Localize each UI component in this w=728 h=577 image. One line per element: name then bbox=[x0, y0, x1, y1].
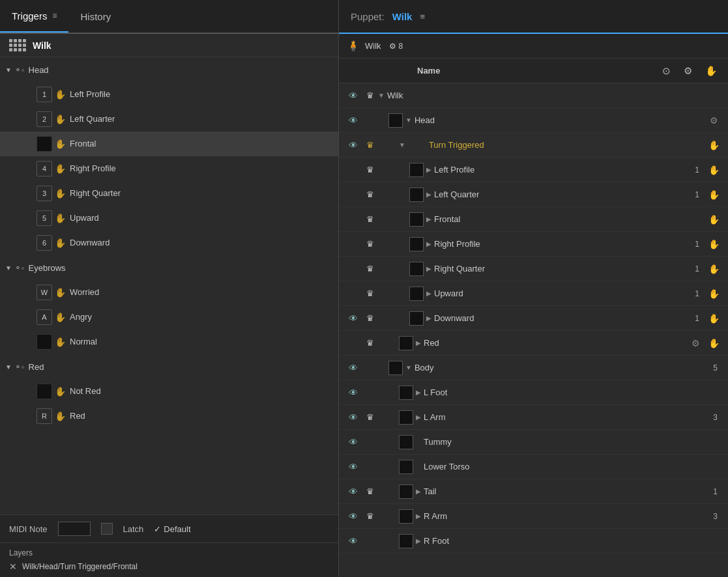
r-row-left-quarter[interactable]: 👁 ♛ ▶ Left Quarter 1 ✋ bbox=[339, 182, 728, 207]
tree-leaf-right-profile[interactable]: 4 ✋ Right Profile bbox=[0, 156, 338, 181]
default-check[interactable]: ✓ Default bbox=[154, 524, 190, 534]
eye-down[interactable]: 👁 bbox=[344, 313, 362, 324]
tree-group-head[interactable]: ▼ ⚬◦ Head bbox=[0, 57, 338, 82]
checkbox-tummy[interactable] bbox=[399, 435, 413, 449]
r-row-left-profile[interactable]: 👁 ♛ ▶ Left Profile 1 ✋ bbox=[339, 158, 728, 182]
expand-red-icon[interactable]: ▼ bbox=[5, 363, 12, 371]
expand-red[interactable]: ▶ bbox=[416, 339, 421, 346]
eye-rarm[interactable]: 👁 bbox=[344, 511, 362, 522]
hand-turn-triggered[interactable]: ✋ bbox=[705, 140, 723, 150]
checkbox-lower-torso[interactable] bbox=[399, 460, 413, 474]
expand-lq[interactable]: ▶ bbox=[426, 191, 431, 198]
checkbox-red[interactable] bbox=[399, 336, 413, 350]
r-row-downward[interactable]: 👁 ♛ ▶ Downward 1 ✋ bbox=[339, 306, 728, 331]
midi-input[interactable] bbox=[58, 522, 91, 536]
expand-turn-triggered[interactable]: ▼ bbox=[399, 141, 405, 148]
expand-lfoot[interactable]: ▶ bbox=[416, 389, 421, 396]
checkbox-down[interactable] bbox=[409, 311, 424, 326]
tab-history[interactable]: History bbox=[68, 0, 123, 33]
r-row-r-foot[interactable]: 👁 ♛ ▶ R Foot bbox=[339, 529, 728, 554]
expand-tail[interactable]: ▶ bbox=[416, 488, 421, 495]
puppet-header-name[interactable]: Wilk bbox=[392, 11, 413, 22]
expand-body[interactable]: ▼ bbox=[405, 364, 412, 371]
hand-lq[interactable]: ✋ bbox=[705, 190, 723, 200]
r-row-turn-triggered[interactable]: 👁 ♛ ▼ Turn Triggered ✋ bbox=[339, 133, 728, 158]
triggers-menu-icon[interactable]: ≡ bbox=[52, 11, 57, 20]
col-hand-icon[interactable]: ✋ bbox=[705, 65, 718, 77]
hand-frontal[interactable]: ✋ bbox=[705, 214, 723, 225]
checkbox-rfoot[interactable] bbox=[399, 534, 413, 548]
hand-up[interactable]: ✋ bbox=[705, 288, 723, 299]
expand-lp[interactable]: ▶ bbox=[426, 166, 431, 173]
eye-body[interactable]: 👁 bbox=[344, 363, 362, 373]
checkbox-tail[interactable] bbox=[399, 485, 413, 499]
tree-leaf-worried[interactable]: W ✋ Worried bbox=[0, 280, 338, 305]
puppet-selector-name[interactable]: Wilk bbox=[33, 40, 51, 51]
layer-close-icon[interactable]: ✕ bbox=[9, 561, 17, 572]
tree-leaf-left-profile[interactable]: 1 ✋ Left Profile bbox=[0, 82, 338, 107]
eye-tummy[interactable]: 👁 bbox=[344, 437, 362, 447]
expand-rp[interactable]: ▶ bbox=[426, 240, 431, 247]
checkbox-up[interactable] bbox=[409, 287, 424, 301]
r-row-right-quarter[interactable]: 👁 ♛ ▶ Right Quarter 1 ✋ bbox=[339, 257, 728, 281]
checkbox-rp[interactable] bbox=[409, 237, 424, 251]
tab-triggers[interactable]: Triggers ≡ bbox=[0, 0, 68, 33]
r-row-l-foot[interactable]: 👁 ♛ ▶ L Foot bbox=[339, 380, 728, 405]
tree-group-eyebrows[interactable]: ▼ ⚬◦ Eyebrows bbox=[0, 255, 338, 280]
expand-down[interactable]: ▶ bbox=[426, 315, 431, 322]
r-row-wilk[interactable]: 👁 ♛ ▼ Wilk bbox=[339, 83, 728, 108]
tree-group-red[interactable]: ▼ ⚬◦ Red bbox=[0, 354, 338, 379]
checkbox-lq[interactable] bbox=[409, 188, 424, 202]
r-row-head[interactable]: 👁 ♛ ▼ Head ⚙ bbox=[339, 108, 728, 133]
eye-turn-triggered[interactable]: 👁 bbox=[344, 140, 362, 150]
expand-larm[interactable]: ▶ bbox=[416, 414, 421, 421]
tree-leaf-upward[interactable]: 5 ✋ Upward bbox=[0, 206, 338, 231]
eye-lower-torso[interactable]: 👁 bbox=[344, 462, 362, 472]
grid-icon[interactable] bbox=[9, 39, 26, 51]
eye-lfoot[interactable]: 👁 bbox=[344, 387, 362, 398]
checkbox-body[interactable] bbox=[388, 361, 403, 375]
col-record-icon[interactable]: ⊙ bbox=[662, 65, 671, 77]
r-row-red[interactable]: 👁 ♛ ▶ Red ⚙ ✋ bbox=[339, 331, 728, 356]
r-row-upward[interactable]: 👁 ♛ ▶ Upward 1 ✋ bbox=[339, 281, 728, 306]
expand-eyebrows-icon[interactable]: ▼ bbox=[5, 264, 12, 272]
hand-rq[interactable]: ✋ bbox=[705, 264, 723, 274]
checkbox-rarm[interactable] bbox=[399, 509, 413, 524]
hand-rp[interactable]: ✋ bbox=[705, 239, 723, 249]
r-row-frontal[interactable]: 👁 ♛ ▶ Frontal ✋ bbox=[339, 207, 728, 232]
r-row-tummy[interactable]: 👁 ♛ Tummy bbox=[339, 430, 728, 455]
expand-wilk[interactable]: ▼ bbox=[378, 92, 385, 99]
eye-rfoot[interactable]: 👁 bbox=[344, 536, 362, 546]
expand-rq[interactable]: ▶ bbox=[426, 265, 431, 272]
expand-rarm[interactable]: ▶ bbox=[416, 513, 421, 520]
checkbox-frontal[interactable] bbox=[409, 212, 424, 227]
checkbox-lfoot[interactable] bbox=[399, 386, 413, 400]
eye-wilk[interactable]: 👁 bbox=[344, 91, 362, 101]
eye-tail[interactable]: 👁 bbox=[344, 486, 362, 497]
tree-leaf-red[interactable]: R ✋ Red bbox=[0, 404, 338, 429]
tree-leaf-right-quarter[interactable]: 3 ✋ Right Quarter bbox=[0, 181, 338, 206]
expand-rfoot[interactable]: ▶ bbox=[416, 537, 421, 544]
gear-head[interactable]: ⚙ bbox=[705, 115, 723, 126]
hand-lp[interactable]: ✋ bbox=[705, 165, 723, 175]
col-gear-icon[interactable]: ⚙ bbox=[684, 65, 692, 77]
r-row-lower-torso[interactable]: 👁 ♛ Lower Torso bbox=[339, 455, 728, 479]
tree-leaf-frontal[interactable]: ✋ Frontal bbox=[0, 132, 338, 156]
r-row-right-profile[interactable]: 👁 ♛ ▶ Right Profile 1 ✋ bbox=[339, 232, 728, 257]
checkbox-lp[interactable] bbox=[409, 163, 424, 177]
tree-leaf-normal[interactable]: ✋ Normal bbox=[0, 330, 338, 354]
r-row-l-arm[interactable]: 👁 ♛ ▶ L Arm 3 bbox=[339, 405, 728, 430]
expand-head[interactable]: ▼ bbox=[405, 117, 412, 124]
tree-leaf-angry[interactable]: A ✋ Angry bbox=[0, 305, 338, 330]
eye-head[interactable]: 👁 bbox=[344, 115, 362, 126]
puppet-header-menu-icon[interactable]: ≡ bbox=[420, 12, 425, 21]
r-row-tail[interactable]: 👁 ♛ ▶ Tail 1 bbox=[339, 479, 728, 504]
tree-leaf-left-quarter[interactable]: 2 ✋ Left Quarter bbox=[0, 107, 338, 132]
expand-up[interactable]: ▶ bbox=[426, 290, 431, 297]
tree-leaf-downward[interactable]: 6 ✋ Downward bbox=[0, 231, 338, 255]
latch-checkbox[interactable] bbox=[101, 523, 113, 535]
checkbox-larm[interactable] bbox=[399, 410, 413, 425]
r-row-r-arm[interactable]: 👁 ♛ ▶ R Arm 3 bbox=[339, 504, 728, 529]
eye-larm[interactable]: 👁 bbox=[344, 412, 362, 423]
hand-down[interactable]: ✋ bbox=[705, 313, 723, 324]
